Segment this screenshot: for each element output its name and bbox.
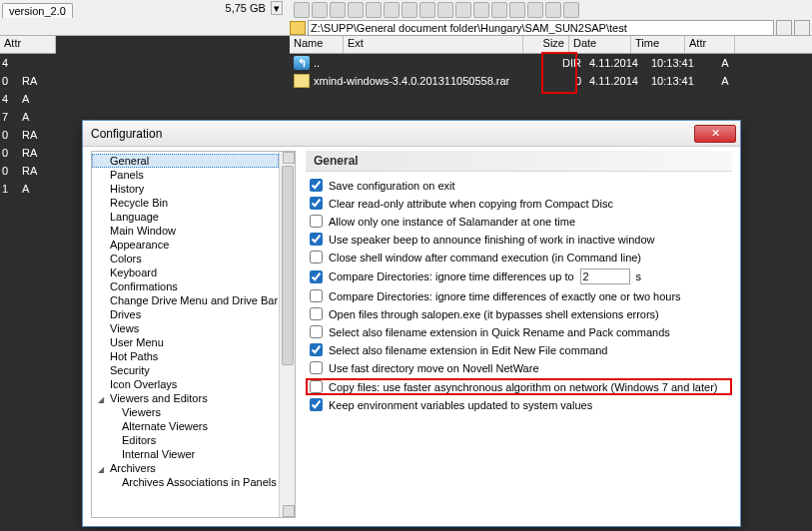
section-header: General — [306, 151, 732, 172]
opt-close-shell[interactable]: Close shell window after command executi… — [306, 250, 732, 265]
list-row[interactable]: 4A — [0, 90, 56, 108]
opt-speaker-beep[interactable]: Use speaker beep to announce finishing o… — [306, 232, 732, 247]
tree-item[interactable]: Colors — [92, 252, 279, 266]
chevron-down-icon[interactable]: ▾ — [271, 1, 283, 15]
col-ext[interactable]: Ext — [344, 36, 523, 53]
checkbox[interactable] — [310, 380, 323, 393]
opt-save-config[interactable]: Save configuration on exit — [306, 178, 732, 193]
tree-item[interactable]: Hot Paths — [92, 349, 279, 363]
tree-item[interactable]: Main Window — [92, 224, 279, 238]
toolbar-icon[interactable] — [366, 2, 382, 18]
tree-item[interactable]: Archivers — [92, 461, 279, 475]
opt-fast-novell[interactable]: Use fast directory move on Novell NetWar… — [306, 360, 732, 375]
checkbox[interactable] — [310, 179, 323, 192]
tree-wrap: GeneralPanelsHistoryRecycle BinLanguageM… — [91, 151, 296, 518]
opt-compare-dir-time[interactable]: Compare Directories: ignore time differe… — [306, 267, 732, 285]
time-diff-input[interactable] — [580, 268, 630, 284]
list-row[interactable]: 0RA — [0, 162, 56, 180]
toolbar-icon[interactable] — [491, 2, 507, 18]
tree-item[interactable]: Confirmations — [92, 279, 279, 293]
left-header: Attr — [0, 36, 56, 54]
tree-item[interactable]: Archives Associations in Panels — [92, 475, 279, 489]
opt-sel-ext-newfile[interactable]: Select also filename extension in Edit N… — [306, 342, 732, 357]
close-button[interactable]: ✕ — [694, 125, 736, 143]
checkbox[interactable] — [310, 289, 323, 302]
col-date[interactable]: Date — [569, 36, 631, 53]
toolbar-icon[interactable] — [402, 2, 417, 18]
tree-item[interactable]: Panels — [92, 168, 279, 182]
checkbox[interactable] — [310, 398, 323, 411]
toolbar-icon[interactable] — [312, 2, 328, 18]
tree-item[interactable]: Editors — [92, 433, 279, 447]
toolbar-icon[interactable] — [473, 2, 489, 18]
tree-item[interactable]: General — [92, 154, 279, 168]
path-favorite-button[interactable] — [794, 20, 810, 36]
checkbox[interactable] — [310, 215, 323, 228]
toolbar-icon[interactable] — [563, 2, 579, 18]
list-row[interactable]: 0RA — [0, 126, 56, 144]
path-input[interactable]: Z:\SUPP\General document folder\Hungary\… — [308, 20, 774, 36]
tab-version[interactable]: version_2.0 — [2, 3, 73, 18]
checkbox[interactable] — [310, 343, 323, 356]
config-tree[interactable]: GeneralPanelsHistoryRecycle BinLanguageM… — [92, 152, 279, 517]
top-strip: version_2.0 5,75 GB ▾ Z:\SUPP\General do… — [0, 0, 812, 36]
checkbox[interactable] — [310, 361, 323, 374]
tree-item[interactable]: Language — [92, 210, 279, 224]
tree-item[interactable]: Recycle Bin — [92, 196, 279, 210]
toolbar-icon[interactable] — [294, 2, 310, 18]
dialog-title: Configuration — [87, 127, 694, 141]
toolbar-icon[interactable] — [348, 2, 364, 18]
toolbar-icon[interactable] — [455, 2, 471, 18]
toolbar-icon[interactable] — [527, 2, 543, 18]
checkbox[interactable] — [310, 325, 323, 338]
tree-item[interactable]: Internal Viewer — [92, 447, 279, 461]
tree-item[interactable]: Change Drive Menu and Drive Bar — [92, 293, 279, 307]
col-size[interactable]: Size — [523, 36, 569, 53]
tree-item[interactable]: Views — [92, 321, 279, 335]
list-row[interactable]: 0RA — [0, 144, 56, 162]
list-row[interactable]: 7A — [0, 108, 56, 126]
col-attr[interactable]: Attr — [685, 36, 735, 53]
tree-item[interactable]: Alternate Viewers — [92, 419, 279, 433]
checkbox[interactable] — [310, 197, 323, 210]
opt-copy-async[interactable]: Copy files: use faster asynchronous algo… — [306, 378, 732, 395]
opt-keep-env[interactable]: Keep environment variables updated to sy… — [306, 397, 732, 412]
checkbox[interactable] — [310, 270, 323, 283]
tree-item[interactable]: User Menu — [92, 335, 279, 349]
tree-item[interactable]: Keyboard — [92, 266, 279, 279]
tree-item[interactable]: Icon Overlays — [92, 377, 279, 391]
col-attr[interactable]: Attr — [0, 36, 56, 53]
checkbox[interactable] — [310, 251, 323, 264]
tree-scrollbar[interactable] — [279, 152, 295, 517]
tree-item[interactable]: Viewers and Editors — [92, 391, 279, 405]
list-row[interactable]: 1A — [0, 180, 56, 198]
opt-compare-dir-hours[interactable]: Compare Directories: ignore time differe… — [306, 288, 732, 303]
tree-item[interactable]: Appearance — [92, 238, 279, 252]
toolbar-icon[interactable] — [437, 2, 453, 18]
tree-item[interactable]: Drives — [92, 307, 279, 321]
checkbox[interactable] — [310, 233, 323, 246]
toolbar-icon[interactable] — [509, 2, 525, 18]
opt-salopen[interactable]: Open files through salopen.exe (it bypas… — [306, 306, 732, 321]
list-row[interactable]: 0RA — [0, 72, 56, 90]
opt-one-instance[interactable]: Allow only one instance of Salamander at… — [306, 214, 732, 229]
col-time[interactable]: Time — [631, 36, 685, 53]
opt-clear-readonly[interactable]: Clear read-only attribute when copying f… — [306, 196, 732, 211]
toolbar-icon[interactable] — [384, 2, 400, 18]
toolbar-icon[interactable] — [330, 2, 346, 18]
tree-item[interactable]: Viewers — [92, 405, 279, 419]
drive-icon[interactable] — [290, 21, 306, 35]
path-history-button[interactable] — [776, 20, 792, 36]
highlight-box-size — [541, 52, 577, 94]
col-name[interactable]: Name — [290, 36, 344, 53]
toolbar-icon[interactable] — [545, 2, 561, 18]
opt-sel-ext-quickrename[interactable]: Select also filename extension in Quick … — [306, 324, 732, 339]
archive-icon — [294, 74, 310, 88]
toolbar-icon[interactable] — [419, 2, 435, 18]
list-row[interactable]: 4 — [0, 54, 56, 72]
scroll-thumb[interactable] — [282, 166, 294, 365]
titlebar[interactable]: Configuration ✕ — [83, 121, 740, 147]
checkbox[interactable] — [310, 307, 323, 320]
tree-item[interactable]: Security — [92, 363, 279, 377]
tree-item[interactable]: History — [92, 182, 279, 196]
